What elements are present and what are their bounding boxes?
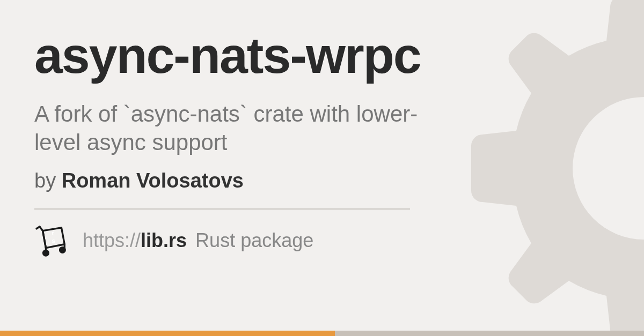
- package-title: async-nats-wrpc: [34, 30, 610, 81]
- bottom-bar-grey: [335, 331, 644, 336]
- footer: r s https://lib.rs Rust package: [34, 225, 610, 257]
- footer-label: Rust package: [195, 229, 313, 251]
- svg-text:r: r: [51, 229, 55, 237]
- package-description: A fork of `async-nats` crate with lower-…: [34, 100, 421, 156]
- svg-point-2: [60, 248, 65, 253]
- librs-logo-icon: r s: [34, 225, 71, 257]
- author-name: Roman Volosatovs: [62, 169, 244, 192]
- author-by: by: [34, 169, 62, 192]
- svg-point-1: [43, 250, 49, 256]
- url-host: lib.rs: [141, 229, 187, 251]
- bottom-accent-bar: [0, 331, 644, 336]
- divider: [34, 208, 410, 210]
- author-line: by Roman Volosatovs: [34, 169, 610, 192]
- url-scheme: https://: [83, 229, 141, 251]
- svg-text:s: s: [51, 237, 55, 244]
- bottom-bar-orange: [0, 331, 335, 336]
- footer-text: https://lib.rs Rust package: [83, 229, 313, 252]
- card-content: async-nats-wrpc A fork of `async-nats` c…: [0, 0, 644, 336]
